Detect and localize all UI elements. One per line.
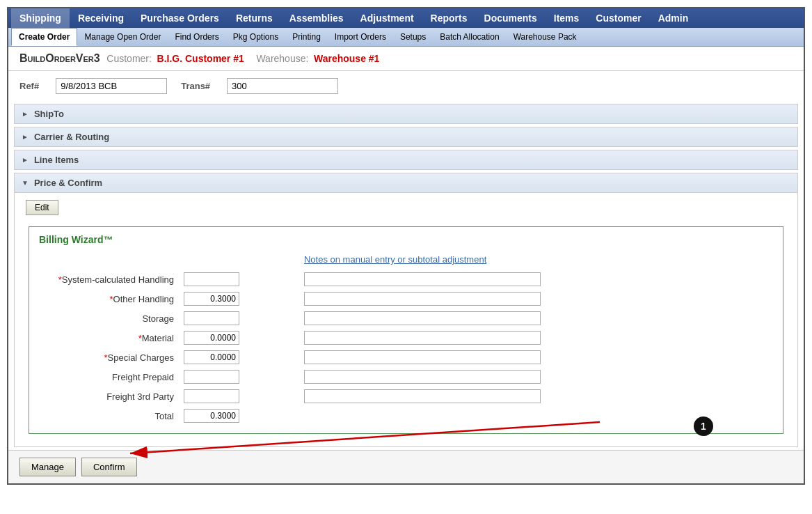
field-label: Total [155, 411, 174, 421]
trans-label: Trans# [181, 81, 210, 91]
price-confirm-label: Price & Confirm [34, 178, 102, 188]
annotation-circle-1: 1 [694, 416, 713, 436]
storage-input[interactable] [184, 311, 239, 325]
table-row: *System-calculated Handling [40, 270, 772, 288]
table-row: *Special Charges [40, 348, 772, 366]
nav-reports[interactable]: Reports [422, 8, 476, 28]
table-row: *Material [40, 329, 772, 347]
warehouse-label: Warehouse: [256, 53, 308, 64]
field-label: Freight 3rd Party [106, 391, 174, 402]
sub-nav: Create Order Manage Open Order Find Orde… [8, 28, 804, 47]
field-label: Material [142, 333, 174, 343]
subnav-setups[interactable]: Setups [393, 29, 433, 45]
nav-documents[interactable]: Documents [476, 8, 546, 28]
table-row: Storage [40, 309, 772, 327]
subnav-find-orders[interactable]: Find Orders [168, 29, 225, 45]
carrier-label: Carrier & Routing [34, 132, 109, 142]
customer-label: Customer: [106, 53, 152, 64]
subnav-pkg-options[interactable]: Pkg Options [226, 29, 285, 45]
billing-table: Notes on manual entry or subtotal adjust… [39, 251, 773, 426]
nav-items[interactable]: Items [546, 8, 588, 28]
table-row: Freight Prepaid [40, 368, 772, 386]
nav-admin[interactable]: Admin [650, 8, 697, 28]
shipto-section: ► ShipTo [14, 104, 798, 124]
storage-note[interactable] [304, 311, 541, 325]
field-label: Freight Prepaid [112, 372, 174, 382]
subnav-warehouse-pack[interactable]: Warehouse Pack [507, 29, 584, 45]
freight-prepaid-note[interactable] [304, 370, 541, 384]
carrier-section-header[interactable]: ► Carrier & Routing [15, 127, 797, 146]
bottom-bar: Manage Confirm [8, 450, 804, 483]
table-row: Freight 3rd Party [40, 387, 772, 405]
nav-adjustment[interactable]: Adjustment [352, 8, 422, 28]
carrier-arrow-icon: ► [22, 133, 29, 141]
subnav-import-orders[interactable]: Import Orders [328, 29, 393, 45]
material-note[interactable] [304, 331, 541, 345]
shipto-label: ShipTo [34, 109, 64, 119]
ref-trans-row: Ref# Trans# [8, 71, 804, 101]
field-label: Special Charges [108, 352, 174, 363]
price-confirm-section: ▼ Price & Confirm Edit Billing Wizard™ N… [14, 173, 798, 447]
billing-wizard-title: Billing Wizard™ [39, 234, 773, 245]
main-content: Ref# Trans# ► ShipTo ► Carrier & Routing… [8, 71, 804, 483]
nav-purchase-orders[interactable]: Purchase Orders [132, 8, 228, 28]
table-row: Total [40, 407, 772, 425]
nav-customer[interactable]: Customer [587, 8, 649, 28]
shipto-section-header[interactable]: ► ShipTo [15, 104, 797, 123]
other-handling-note[interactable] [304, 292, 541, 306]
price-confirm-section-header[interactable]: ▼ Price & Confirm [15, 173, 797, 193]
nav-returns[interactable]: Returns [228, 8, 281, 28]
notes-link[interactable]: Notes on manual entry or subtotal adjust… [304, 254, 486, 265]
page-title-bar: BuildOrderVer3 Customer: B.I.G. Customer… [8, 47, 804, 71]
subnav-create-order[interactable]: Create Order [11, 28, 77, 46]
lineitems-arrow-icon: ► [22, 156, 29, 164]
nav-assemblies[interactable]: Assemblies [281, 8, 352, 28]
bottom-area: Manage Confirm 1 [8, 450, 804, 483]
lineitems-label: Line Items [34, 155, 79, 165]
special-charges-note[interactable] [304, 350, 541, 364]
carrier-section: ► Carrier & Routing [14, 127, 798, 147]
manage-button[interactable]: Manage [19, 458, 76, 476]
field-label: System-calculated Handling [62, 274, 174, 285]
edit-button[interactable]: Edit [26, 200, 58, 215]
freight-3rd-party-note[interactable] [304, 389, 541, 403]
price-confirm-content: Edit Billing Wizard™ Notes on manual ent… [15, 193, 797, 446]
page-title: BuildOrderVer3 [19, 52, 100, 64]
shipto-arrow-icon: ► [22, 110, 29, 118]
table-row: *Other Handling [40, 290, 772, 308]
freight-prepaid-input[interactable] [184, 370, 239, 384]
freight-3rd-party-input[interactable] [184, 389, 239, 403]
special-charges-input[interactable] [184, 350, 239, 364]
confirm-button[interactable]: Confirm [81, 458, 137, 476]
nav-shipping[interactable]: Shipping [11, 8, 70, 28]
field-label: Other Handling [113, 294, 174, 304]
notes-header-row: Notes on manual entry or subtotal adjust… [40, 252, 772, 269]
ref-label: Ref# [19, 81, 39, 91]
subnav-printing[interactable]: Printing [285, 29, 328, 45]
other-handling-input[interactable] [184, 292, 239, 306]
nav-receiving[interactable]: Receiving [70, 8, 132, 28]
price-confirm-arrow-icon: ▼ [22, 179, 29, 187]
warehouse-value: Warehouse #1 [314, 53, 379, 64]
trans-input[interactable] [227, 78, 338, 94]
material-input[interactable] [184, 331, 239, 345]
lineitems-section-header[interactable]: ► Line Items [15, 150, 797, 169]
total-input[interactable] [184, 409, 239, 423]
main-nav: Shipping Receiving Purchase Orders Retur… [8, 8, 804, 28]
system-handling-note[interactable] [304, 272, 541, 286]
billing-wizard-box: Billing Wizard™ Notes on manual entry or… [29, 226, 783, 434]
lineitems-section: ► Line Items [14, 150, 798, 170]
customer-value: B.I.G. Customer #1 [157, 53, 244, 64]
subnav-batch-allocation[interactable]: Batch Allocation [433, 29, 506, 45]
system-handling-input[interactable] [184, 272, 239, 286]
subnav-manage-open-order[interactable]: Manage Open Order [77, 29, 168, 45]
ref-input[interactable] [56, 78, 167, 94]
field-label: Storage [142, 313, 174, 324]
